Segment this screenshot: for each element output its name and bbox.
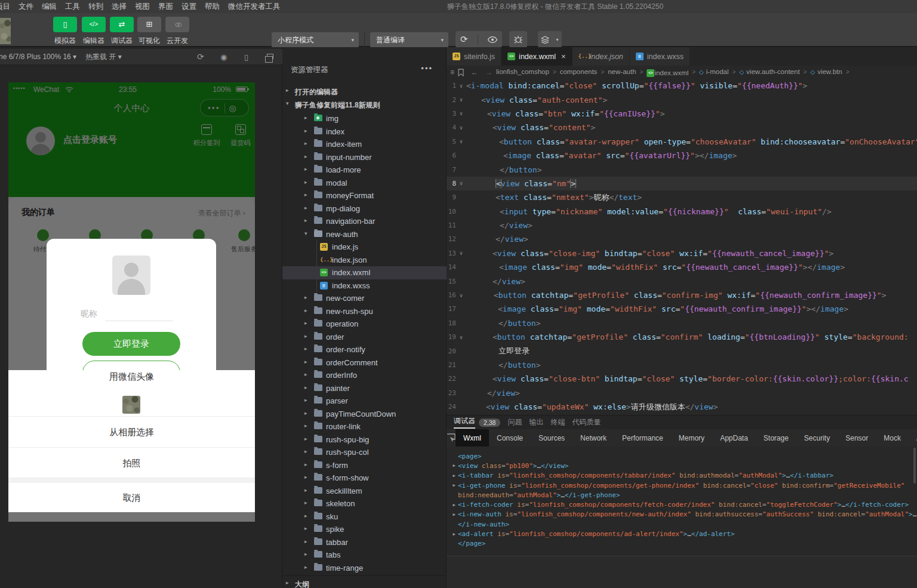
code-line-22[interactable]: 22<view class="close-btn" bindtap="close… <box>447 372 917 386</box>
tree-folder-order-notify[interactable]: ▸order-notify <box>282 343 447 356</box>
wxml-tree-row[interactable]: ▶<i-new-auth is="lionfish_comshop/compon… <box>450 510 917 519</box>
code-line-16[interactable]: 16∨<button catchtap="getProfile" class="… <box>447 288 917 302</box>
menu-item-转到[interactable]: 转到 <box>84 0 107 13</box>
devtools-tab-Console[interactable]: Console <box>489 429 531 447</box>
tree-folder-s-form[interactable]: ▸s-form <box>282 459 447 472</box>
device-selector[interactable]: iPhone 6/7/8 Plus 100% 16 ▾ <box>0 49 76 65</box>
tree-folder-input-number[interactable]: ▸input-number <box>282 151 447 164</box>
tree-folder-orderComment[interactable]: ▸orderComment <box>282 356 447 370</box>
menu-item-编辑[interactable]: 编辑 <box>38 0 61 13</box>
tree-file-index.js[interactable]: JSindex.js <box>282 241 447 254</box>
tree-folder-index-item[interactable]: ▸index-item <box>282 138 447 151</box>
login-now-button[interactable]: 立即登录 <box>82 332 180 356</box>
code-line-18[interactable]: 18</button> <box>447 316 917 330</box>
visualization-toggle-button[interactable]: ⊞ 可视化 <box>135 17 164 46</box>
tree-folder-index[interactable]: ▸index <box>282 125 447 138</box>
cloud-dev-button[interactable]: ◌◌ 云开发 <box>163 17 192 46</box>
hot-reload-toggle[interactable]: 热重载 开 ▾ <box>85 49 122 65</box>
tree-folder-moneyFormat[interactable]: ▸moneyFormat <box>282 189 447 202</box>
tree-folder-new-rush-spu[interactable]: ▸new-rush-spu <box>282 305 447 318</box>
mode-dropdown[interactable]: 小程序模式 ▾ <box>272 32 359 48</box>
phone-view-icon[interactable]: ▯ <box>244 49 248 65</box>
more-actions-icon[interactable]: ••• <box>421 64 433 73</box>
tree-folder-rush-spu-big[interactable]: ▸rush-spu-big <box>282 433 447 447</box>
code-line-8[interactable]: 8∨<view class="nm"> <box>447 177 917 190</box>
forward-arrow-icon[interactable]: → <box>485 68 493 76</box>
panel-tab-终端[interactable]: 终端 <box>550 417 565 427</box>
wxml-tree-row[interactable]: </page> <box>450 539 917 549</box>
code-line-12[interactable]: 12</view> <box>447 232 917 246</box>
tree-folder-mp-dialog[interactable]: ▸mp-dialog <box>282 202 447 216</box>
menu-item-帮助[interactable]: 帮助 <box>201 0 224 13</box>
tree-folder-rush-spu-col[interactable]: ▸rush-spu-col <box>282 446 447 459</box>
code-line-2[interactable]: 2∨<view class="auth-content"> <box>447 93 917 106</box>
action-sheet-item-拍照[interactable]: 拍照 <box>8 448 255 478</box>
editor-tab-siteinfo.js[interactable]: JSsiteinfo.js <box>447 47 501 66</box>
code-line-15[interactable]: 15</view> <box>447 274 917 288</box>
devtools-tab-Mock[interactable]: Mock <box>876 429 909 447</box>
tree-folder-tabs[interactable]: ▸tabs <box>282 549 447 562</box>
tree-file-index.json[interactable]: {..}index.json <box>282 254 447 267</box>
devtools-tab-Sources[interactable]: Sources <box>531 429 573 447</box>
code-line-1[interactable]: 1∨<i-modal bind:cancel="close" scrollUp=… <box>447 79 917 93</box>
devtools-tab-Network[interactable]: Network <box>573 429 614 447</box>
menu-item-设置[interactable]: 设置 <box>177 0 201 13</box>
close-tab-icon[interactable]: × <box>561 52 566 61</box>
compile-mode-dropdown[interactable]: 普通编译 ▾ <box>370 32 448 48</box>
tree-folder-spike[interactable]: ▸spike <box>282 523 447 536</box>
code-line-4[interactable]: 4∨<view class="content"> <box>447 121 917 134</box>
tree-folder-sku[interactable]: ▸sku <box>282 510 447 524</box>
expand-arrow-icon[interactable]: ▶ <box>450 483 458 488</box>
code-line-19[interactable]: 19∨<button catchtap="getProfile" class="… <box>447 330 917 344</box>
tree-folder-router-link[interactable]: ▸router-link <box>282 420 447 433</box>
panel-tab-问题[interactable]: 问题 <box>507 417 522 427</box>
editor-toggle-button[interactable]: </> 编辑器 <box>79 17 108 46</box>
editor-tab-index.wxml[interactable]: <>index.wxml× <box>501 47 572 66</box>
device-debug-button[interactable] <box>509 31 527 48</box>
record-icon[interactable]: ◉ <box>220 49 227 65</box>
tree-folder-parser[interactable]: ▸parser <box>282 395 447 408</box>
menu-item-选择[interactable]: 选择 <box>107 0 131 13</box>
breadcrumb-item-components[interactable]: components <box>560 68 598 75</box>
action-sheet-cancel[interactable]: 取消 <box>8 483 255 512</box>
open-editors-section[interactable]: ▸ 打开的编辑器 <box>282 85 447 98</box>
expand-arrow-icon[interactable]: ▶ <box>450 512 458 517</box>
wxml-tree-row[interactable]: ▶<view class="pb100">…</view> <box>450 461 917 470</box>
wxml-tree-row[interactable]: bind:needauth="authModal">…</i-get-phone… <box>450 490 917 500</box>
outline-section[interactable]: ▸ 大纲 <box>282 575 447 588</box>
code-line-24[interactable]: 24<view class="updateWx" wx:else>请升级微信版本… <box>447 400 917 414</box>
preview-button[interactable] <box>488 36 497 43</box>
tree-folder-new-auth[interactable]: ▾new-auth <box>282 228 447 241</box>
tree-folder-load-more[interactable]: ▸load-more <box>282 164 447 177</box>
breadcrumb-item-view.btn[interactable]: ◇view.btn <box>810 68 842 75</box>
outline-list-icon[interactable]: ≡ <box>450 68 454 76</box>
account-avatar[interactable] <box>0 18 11 44</box>
multi-window-icon[interactable] <box>267 54 273 59</box>
scrollbar[interactable] <box>913 448 916 484</box>
expand-arrow-icon[interactable]: ▶ <box>450 473 458 478</box>
code-line-9[interactable]: 9<text class="nmtext">昵称</text> <box>447 190 917 204</box>
tree-folder-new-comer[interactable]: ▸new-comer <box>282 292 447 305</box>
code-line-20[interactable]: 20立即登录 <box>447 344 917 358</box>
menu-item-微信开发者工具[interactable]: 微信开发者工具 <box>224 0 285 13</box>
wxml-tree-row[interactable]: ▶<i-tabbar is="lionfish_comshop/componen… <box>450 471 917 481</box>
simulator-toggle-button[interactable]: ▯ 模拟器 <box>51 17 79 46</box>
code-line-23[interactable]: 23</view> <box>447 386 917 400</box>
devtools-tab-AppData[interactable]: AppData <box>712 429 756 447</box>
avatar-placeholder[interactable] <box>112 255 150 295</box>
devtools-tab-Performance[interactable]: Performance <box>614 429 671 447</box>
panel-tab-输出[interactable]: 输出 <box>529 417 543 427</box>
tree-folder-modal[interactable]: ▸modal <box>282 177 447 190</box>
breadcrumb-item-view.auth-content[interactable]: ◇view.auth-content <box>739 68 799 75</box>
tree-folder-s-form-show[interactable]: ▸s-form-show <box>282 472 447 485</box>
compile-button[interactable]: ⟳ <box>460 34 468 45</box>
code-line-13[interactable]: 13∨<view class="close-img" bindtap="clos… <box>447 247 917 260</box>
code-line-14[interactable]: 14<image class="img" mode="widthFix" src… <box>447 260 917 274</box>
editor-tab-index.json[interactable]: {..}index.json <box>573 47 630 66</box>
menu-item-项目[interactable]: 项目 <box>0 0 14 13</box>
wxml-tree-row[interactable]: ▶<i-get-phone is="lionfish_comshop/compo… <box>450 481 917 490</box>
code-line-10[interactable]: 10<input type="nickname" model:value="{{… <box>447 205 917 218</box>
menu-item-界面[interactable]: 界面 <box>154 0 177 13</box>
devtools-tab-Memory[interactable]: Memory <box>671 429 712 447</box>
code-line-3[interactable]: 3∨<view class="btn" wx:if="{{canIUse}}"> <box>447 107 917 121</box>
